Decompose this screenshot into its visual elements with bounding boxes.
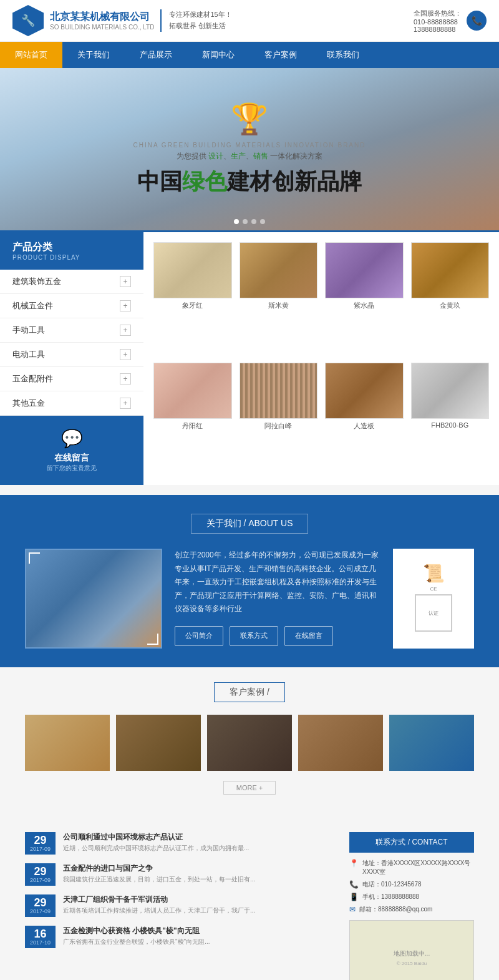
contact-phone: 📞 电话：010-12345678 [349,880,474,889]
expand-icon: + [120,398,131,409]
contact-title: 联系方式 / CONTACT [349,832,474,853]
more-btn: MORE + [25,781,474,795]
trophy-icon: 🏆 [133,102,366,137]
company-name: 北京某某机械有限公司 [50,11,154,24]
dot-4[interactable] [260,219,265,224]
product-sidebar: 产品分类 PRODUCT DISPLAY 建筑装饰五金 + 机械五金件 + 手动… [0,232,143,485]
sidebar-item-other[interactable]: 其他五金 + [0,391,143,416]
product-name: 紫水晶 [325,301,404,310]
product-name: 阿拉白峰 [240,421,318,431]
cases-section: 客户案例 / MORE + [0,667,499,820]
case-item-1[interactable] [25,715,110,771]
nav-item-about[interactable]: 关于我们 [62,42,125,68]
about-title: 关于我们 / ABOUT US [191,514,309,534]
phone-icon: 📞 [349,880,359,889]
about-title-box: 关于我们 / ABOUT US [25,514,474,534]
more-link[interactable]: MORE + [223,781,276,795]
news-title[interactable]: 五金配件的进口与国产之争 [63,863,255,874]
expand-icon: + [120,325,131,336]
list-item[interactable]: 丹阳红 [153,363,232,476]
about-text: 创立于2000年，经过多年的不懈努力，公司现已发展成为一家专业从事IT产品开发、… [175,549,380,649]
sidebar-message[interactable]: 💬 在线留言 留下您的宝贵意见 [0,416,143,485]
list-item[interactable]: 象牙红 [153,242,232,355]
product-thumbnail [411,242,490,298]
case-item-3[interactable] [207,715,292,771]
product-name: FHB200-BG [411,421,490,429]
dot-1[interactable] [234,219,239,224]
list-item[interactable]: 人造板 [325,363,404,476]
news-text: 天津工厂组织骨干备干军训活动 近期各项培训工作持续推进，培训人员工作，天津工厂骨… [63,894,255,915]
about-building-image [25,549,162,649]
nav-item-contact[interactable]: 联系我们 [312,42,374,68]
news-text: 公司顺利通过中国环境标志产品认证 近期，公司顺利完成中国环境标志产品认证工作，成… [63,832,249,853]
contact-info-button[interactable]: 联系方式 [230,626,278,646]
leave-message-button[interactable]: 在线留言 [284,626,333,646]
about-content: 创立于2000年，经过多年的不懈努力，公司现已发展成为一家专业从事IT产品开发、… [25,549,474,649]
about-buttons: 公司简介 联系方式 在线留言 [175,626,380,646]
sidebar-item-mechanical[interactable]: 机械五金件 + [0,294,143,318]
tagline2: 拓载世界 创新生活 [169,21,231,32]
expand-icon: + [120,373,131,385]
news-contact-section: 29 2017-09 公司顺利通过中国环境标志产品认证 近期，公司顺利完成中国环… [0,820,499,980]
header: 🔧 北京某某机械有限公司 SO BUILDING MATERIALS CO., … [0,0,499,42]
contact-map[interactable]: 地图加载中... © 2015 Baidu [349,920,474,980]
list-item[interactable]: FHB200-BG [411,363,490,476]
news-item-1: 29 2017-09 公司顺利通过中国环境标志产品认证 近期，公司顺利完成中国环… [25,832,337,855]
product-name: 斯米黄 [240,301,318,310]
message-icon: 💬 [12,428,131,449]
expand-icon: + [120,300,131,311]
nav-item-home[interactable]: 网站首页 [0,42,62,68]
sidebar-title: 产品分类 [12,241,131,254]
dot-3[interactable] [251,219,256,224]
hero-dots [234,219,265,224]
news-text: 五金检测中心获资格 小楼铁具"棱"向无阻 广东省拥有五金行业整合联盟，小楼铁具"… [63,926,210,946]
news-date: 16 2017-10 [25,926,56,948]
tagline1: 专注环保建材15年！ [169,9,231,21]
email-icon: ✉ [349,905,356,914]
logo-slogan: 专注环保建材15年！ 拓载世界 创新生活 [160,9,231,31]
product-thumbnail [240,242,318,298]
company-intro-button[interactable]: 公司简介 [175,626,223,646]
news-date: 29 2017-09 [25,863,56,886]
sidebar-header: 产品分类 PRODUCT DISPLAY [0,232,143,270]
news-item-4: 16 2017-10 五金检测中心获资格 小楼铁具"棱"向无阻 广东省拥有五金行… [25,926,337,948]
news-title[interactable]: 天津工厂组织骨干备干军训活动 [63,894,255,905]
message-sub: 留下您的宝贵意见 [12,464,131,473]
product-name: 丹阳红 [153,421,232,431]
hero-brand: CHINA GREEN BUILDING MATERIALS INNOVATIO… [133,142,366,149]
news-desc: 我国建筑行业正迅速发展，目前，进口五金，到处一站，每一处旧有... [63,875,255,884]
nav-item-news[interactable]: 新闻中心 [187,42,250,68]
contact-address: 📍 地址：香港XXXXX区XXXXX路XXXX号XXXX室 [349,859,474,876]
mobile-text: 手机：13888888888 [362,893,419,901]
dot-2[interactable] [243,219,248,224]
sidebar-item-hardware[interactable]: 建筑装饰五金 + [0,270,143,294]
contact-mobile: 📱 手机：13888888888 [349,893,474,901]
logo-text: 北京某某机械有限公司 SO BUILDING MATERIALS CO., LT… [50,11,154,31]
list-item[interactable]: 阿拉白峰 [240,363,318,476]
news-date: 29 2017-09 [25,894,56,917]
sidebar-item-accessories[interactable]: 五金配附件 + [0,367,143,391]
cases-grid [25,715,474,771]
contact-email: ✉ 邮箱：88888888@qq.com [349,905,474,914]
sidebar-item-manual-tools[interactable]: 手动工具 + [0,318,143,343]
about-certificate: 📜 CE 认证 [393,549,474,649]
sidebar-item-electric-tools[interactable]: 电动工具 + [0,343,143,367]
nav-item-products[interactable]: 产品展示 [125,42,187,68]
nav-item-cases[interactable]: 客户案例 [250,42,312,68]
news-desc: 广东省拥有五金行业整合联盟，小楼铁具"棱"向无阻... [63,938,210,946]
news-date: 29 2017-09 [25,832,56,855]
hero-content: 🏆 CHINA GREEN BUILDING MATERIALS INNOVAT… [133,102,366,197]
hotline-label: 全国服务热线： 010-88888888 13888888888 [414,9,462,33]
news-title[interactable]: 公司顺利通过中国环境标志产品认证 [63,832,249,843]
main-nav: 网站首页 关于我们 产品展示 新闻中心 客户案例 联系我们 [0,42,499,68]
list-item[interactable]: 金黄玖 [411,242,490,355]
phone-icon: 📞 [467,11,487,31]
case-item-2[interactable] [116,715,201,771]
case-item-4[interactable] [298,715,383,771]
list-item[interactable]: 紫水晶 [325,242,404,355]
hero-sub: 为您提供 设计、生产、销售 一体化解决方案 [133,151,366,162]
news-title[interactable]: 五金检测中心获资格 小楼铁具"棱"向无阻 [63,926,210,936]
case-item-5[interactable] [389,715,474,771]
list-item[interactable]: 斯米黄 [240,242,318,355]
product-thumbnail [325,242,404,298]
